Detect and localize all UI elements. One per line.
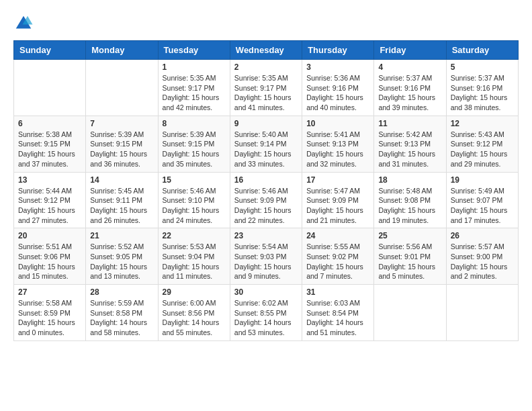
day-number: 28 xyxy=(90,287,153,297)
calendar-cell xyxy=(14,60,86,116)
day-number: 11 xyxy=(378,119,441,128)
day-info: Sunrise: 5:58 AM Sunset: 8:59 PM Dayligh… xyxy=(18,298,81,338)
day-info: Sunrise: 5:55 AM Sunset: 9:02 PM Dayligh… xyxy=(306,242,369,281)
day-info: Sunrise: 5:56 AM Sunset: 9:01 PM Dayligh… xyxy=(378,242,441,281)
calendar-cell: 10Sunrise: 5:41 AM Sunset: 9:13 PM Dayli… xyxy=(302,116,374,172)
day-number: 7 xyxy=(90,119,153,128)
calendar-cell: 7Sunrise: 5:39 AM Sunset: 9:15 PM Daylig… xyxy=(86,116,158,172)
day-number: 2 xyxy=(234,62,298,72)
calendar-day-header: Friday xyxy=(374,41,446,60)
calendar-day-header: Tuesday xyxy=(158,41,230,60)
day-info: Sunrise: 5:38 AM Sunset: 9:15 PM Dayligh… xyxy=(18,130,81,169)
calendar-cell: 17Sunrise: 5:47 AM Sunset: 9:09 PM Dayli… xyxy=(302,172,374,228)
calendar-cell: 29Sunrise: 6:00 AM Sunset: 8:56 PM Dayli… xyxy=(158,285,230,341)
day-info: Sunrise: 5:46 AM Sunset: 9:10 PM Dayligh… xyxy=(163,186,226,226)
calendar-cell: 22Sunrise: 5:53 AM Sunset: 9:04 PM Dayli… xyxy=(158,228,230,285)
day-info: Sunrise: 5:41 AM Sunset: 9:13 PM Dayligh… xyxy=(306,130,369,169)
calendar-cell: 14Sunrise: 5:45 AM Sunset: 9:11 PM Dayli… xyxy=(86,172,158,228)
calendar-day-header: Saturday xyxy=(446,41,518,60)
day-info: Sunrise: 5:42 AM Sunset: 9:13 PM Dayligh… xyxy=(378,130,441,169)
calendar-week-row: 13Sunrise: 5:44 AM Sunset: 9:12 PM Dayli… xyxy=(14,172,519,228)
day-number: 13 xyxy=(18,175,81,185)
calendar-cell xyxy=(374,285,446,341)
calendar-cell: 12Sunrise: 5:43 AM Sunset: 9:12 PM Dayli… xyxy=(446,116,518,172)
calendar-day-header: Sunday xyxy=(14,41,86,60)
calendar-cell: 28Sunrise: 5:59 AM Sunset: 8:58 PM Dayli… xyxy=(86,285,158,341)
day-info: Sunrise: 5:52 AM Sunset: 9:05 PM Dayligh… xyxy=(90,242,153,281)
day-info: Sunrise: 5:45 AM Sunset: 9:11 PM Dayligh… xyxy=(90,186,153,226)
day-number: 3 xyxy=(306,62,369,72)
day-number: 17 xyxy=(306,175,369,185)
calendar-week-row: 20Sunrise: 5:51 AM Sunset: 9:06 PM Dayli… xyxy=(14,228,519,285)
day-info: Sunrise: 5:51 AM Sunset: 9:06 PM Dayligh… xyxy=(18,242,81,281)
calendar-cell: 19Sunrise: 5:49 AM Sunset: 9:07 PM Dayli… xyxy=(446,172,518,228)
day-info: Sunrise: 6:03 AM Sunset: 8:54 PM Dayligh… xyxy=(306,298,369,338)
day-info: Sunrise: 5:37 AM Sunset: 9:16 PM Dayligh… xyxy=(378,73,441,113)
day-info: Sunrise: 5:59 AM Sunset: 8:58 PM Dayligh… xyxy=(90,298,153,338)
calendar-day-header: Thursday xyxy=(302,41,374,60)
day-info: Sunrise: 5:36 AM Sunset: 9:16 PM Dayligh… xyxy=(306,73,369,113)
day-number: 22 xyxy=(163,231,226,240)
calendar-cell: 20Sunrise: 5:51 AM Sunset: 9:06 PM Dayli… xyxy=(14,228,86,285)
calendar-cell: 11Sunrise: 5:42 AM Sunset: 9:13 PM Dayli… xyxy=(374,116,446,172)
day-number: 1 xyxy=(163,62,226,72)
day-info: Sunrise: 5:49 AM Sunset: 9:07 PM Dayligh… xyxy=(451,186,514,226)
calendar-cell: 25Sunrise: 5:56 AM Sunset: 9:01 PM Dayli… xyxy=(374,228,446,285)
day-number: 21 xyxy=(90,231,153,240)
day-number: 5 xyxy=(451,62,514,72)
day-number: 26 xyxy=(451,231,514,240)
day-info: Sunrise: 5:53 AM Sunset: 9:04 PM Dayligh… xyxy=(163,242,226,281)
day-number: 14 xyxy=(90,175,153,185)
day-number: 31 xyxy=(306,287,369,297)
day-info: Sunrise: 5:57 AM Sunset: 9:00 PM Dayligh… xyxy=(451,242,514,281)
day-number: 19 xyxy=(451,175,514,185)
calendar-cell: 31Sunrise: 6:03 AM Sunset: 8:54 PM Dayli… xyxy=(302,285,374,341)
calendar-header-row: SundayMondayTuesdayWednesdayThursdayFrid… xyxy=(14,41,519,60)
calendar-cell: 26Sunrise: 5:57 AM Sunset: 9:00 PM Dayli… xyxy=(446,228,518,285)
day-info: Sunrise: 5:43 AM Sunset: 9:12 PM Dayligh… xyxy=(451,130,514,169)
day-info: Sunrise: 6:00 AM Sunset: 8:56 PM Dayligh… xyxy=(163,298,226,338)
calendar-week-row: 27Sunrise: 5:58 AM Sunset: 8:59 PM Dayli… xyxy=(14,285,519,341)
calendar-cell: 8Sunrise: 5:39 AM Sunset: 9:15 PM Daylig… xyxy=(158,116,230,172)
calendar-cell: 5Sunrise: 5:37 AM Sunset: 9:16 PM Daylig… xyxy=(446,60,518,116)
calendar-cell: 30Sunrise: 6:02 AM Sunset: 8:55 PM Dayli… xyxy=(230,285,302,341)
day-info: Sunrise: 5:35 AM Sunset: 9:17 PM Dayligh… xyxy=(163,73,226,113)
day-info: Sunrise: 5:39 AM Sunset: 9:15 PM Dayligh… xyxy=(90,130,153,169)
calendar-cell: 3Sunrise: 5:36 AM Sunset: 9:16 PM Daylig… xyxy=(302,60,374,116)
day-number: 4 xyxy=(378,62,441,72)
day-info: Sunrise: 5:39 AM Sunset: 9:15 PM Dayligh… xyxy=(163,130,226,169)
calendar-cell xyxy=(446,285,518,341)
day-number: 10 xyxy=(306,119,369,128)
day-number: 18 xyxy=(378,175,441,185)
day-number: 29 xyxy=(163,287,226,297)
calendar-cell: 24Sunrise: 5:55 AM Sunset: 9:02 PM Dayli… xyxy=(302,228,374,285)
day-info: Sunrise: 5:40 AM Sunset: 9:14 PM Dayligh… xyxy=(234,130,298,169)
day-info: Sunrise: 6:02 AM Sunset: 8:55 PM Dayligh… xyxy=(234,298,298,338)
calendar-cell xyxy=(86,60,158,116)
calendar-day-header: Monday xyxy=(86,41,158,60)
day-info: Sunrise: 5:35 AM Sunset: 9:17 PM Dayligh… xyxy=(234,73,298,113)
day-number: 8 xyxy=(163,119,226,128)
calendar-cell: 13Sunrise: 5:44 AM Sunset: 9:12 PM Dayli… xyxy=(14,172,86,228)
calendar-cell: 4Sunrise: 5:37 AM Sunset: 9:16 PM Daylig… xyxy=(374,60,446,116)
calendar-cell: 9Sunrise: 5:40 AM Sunset: 9:14 PM Daylig… xyxy=(230,116,302,172)
logo-icon xyxy=(13,13,34,34)
day-number: 20 xyxy=(18,231,81,240)
day-number: 25 xyxy=(378,231,441,240)
day-info: Sunrise: 5:37 AM Sunset: 9:16 PM Dayligh… xyxy=(451,73,514,113)
day-number: 16 xyxy=(234,175,298,185)
day-info: Sunrise: 5:54 AM Sunset: 9:03 PM Dayligh… xyxy=(234,242,298,281)
calendar-table: SundayMondayTuesdayWednesdayThursdayFrid… xyxy=(13,40,519,341)
day-info: Sunrise: 5:46 AM Sunset: 9:09 PM Dayligh… xyxy=(234,186,298,226)
calendar-cell: 1Sunrise: 5:35 AM Sunset: 9:17 PM Daylig… xyxy=(158,60,230,116)
calendar-week-row: 6Sunrise: 5:38 AM Sunset: 9:15 PM Daylig… xyxy=(14,116,519,172)
calendar-cell: 6Sunrise: 5:38 AM Sunset: 9:15 PM Daylig… xyxy=(14,116,86,172)
day-info: Sunrise: 5:44 AM Sunset: 9:12 PM Dayligh… xyxy=(18,186,81,226)
day-number: 30 xyxy=(234,287,298,297)
day-number: 12 xyxy=(451,119,514,128)
calendar-cell: 21Sunrise: 5:52 AM Sunset: 9:05 PM Dayli… xyxy=(86,228,158,285)
calendar-cell: 2Sunrise: 5:35 AM Sunset: 9:17 PM Daylig… xyxy=(230,60,302,116)
page-header xyxy=(13,13,519,34)
calendar-cell: 18Sunrise: 5:48 AM Sunset: 9:08 PM Dayli… xyxy=(374,172,446,228)
day-info: Sunrise: 5:48 AM Sunset: 9:08 PM Dayligh… xyxy=(378,186,441,226)
